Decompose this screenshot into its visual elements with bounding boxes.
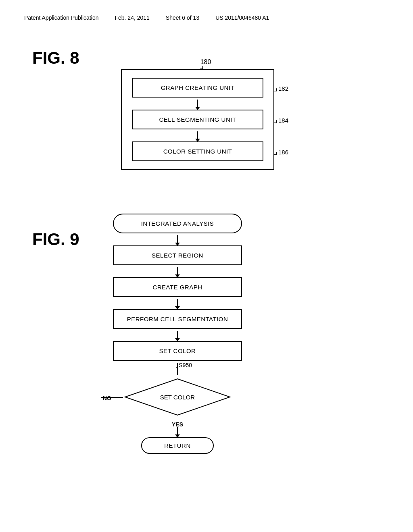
fig8-label: FIG. 8 [32, 48, 79, 68]
no-arrow-line [101, 397, 125, 398]
unit-182-label: ⌟182 [273, 83, 288, 93]
arrow-s940-diamond: ⌟S950 [113, 361, 242, 377]
return-row: RETURN [113, 437, 242, 454]
arrow-down-2 [197, 131, 198, 139]
diamond-text: SET COLOR [160, 394, 195, 401]
fig8-diagram: 180 ⌟ GRAPH CREATING UNIT ⌟182 CELL SEGM… [121, 58, 274, 170]
graph-creating-unit: GRAPH CREATING UNIT [132, 78, 263, 98]
set-color-diamond-row: SET COLOR NO YES [113, 377, 242, 421]
fig8-outer-label: 180 ⌟ [137, 58, 274, 66]
s950-top-label: ⌟S950 [176, 362, 192, 368]
header-publication: Patent Application Publication [24, 15, 98, 21]
arrow-2 [132, 129, 263, 141]
integrated-analysis: INTEGRATED ANALYSIS [113, 214, 242, 233]
color-setting-unit: COLOR SETTING UNIT [132, 141, 263, 161]
perform-cell-segmentation-row: PERFORM CELL SEGMENTATION [113, 309, 242, 329]
page-header: Patent Application Publication Feb. 24, … [24, 15, 389, 21]
set-color-rect-row: SET COLOR [113, 341, 242, 361]
yes-label: YES [172, 421, 183, 428]
select-region-row: SELECT REGION [113, 245, 242, 265]
create-graph: CREATE GRAPH [113, 277, 242, 297]
cell-segmenting-unit-row: CELL SEGMENTING UNIT ⌟184 [132, 110, 263, 129]
fig8-outer-box: GRAPH CREATING UNIT ⌟182 CELL SEGMENTING… [121, 69, 274, 170]
unit-186-label: ⌟186 [273, 146, 288, 157]
no-label: NO [103, 395, 111, 401]
graph-creating-unit-row: GRAPH CREATING UNIT ⌟182 [132, 78, 263, 98]
fig9-diagram: INTEGRATED ANALYSIS SELECT REGION CREATE… [113, 214, 242, 454]
header-date: Feb. 24, 2011 [115, 15, 149, 21]
create-graph-row: CREATE GRAPH [113, 277, 242, 297]
arrow-s920-s930 [113, 297, 242, 309]
perform-cell-segmentation: PERFORM CELL SEGMENTATION [113, 309, 242, 329]
select-region: SELECT REGION [113, 245, 242, 265]
arrow-down-1 [197, 100, 198, 108]
arrow-diamond-return [113, 425, 242, 437]
arrow-s910-s920 [113, 265, 242, 277]
arrow-s470-s910 [113, 233, 242, 245]
color-setting-unit-row: COLOR SETTING UNIT ⌟186 [132, 141, 263, 161]
return-step: RETURN [141, 437, 214, 454]
arrow-1 [132, 98, 263, 110]
diamond-wrapper: SET COLOR NO YES [121, 377, 234, 417]
header-patent-number: US 2011/0046480 A1 [215, 15, 269, 21]
fig9-label: FIG. 9 [32, 230, 79, 249]
cell-segmenting-unit: CELL SEGMENTING UNIT [132, 110, 263, 129]
header-sheet: Sheet 6 of 13 [166, 15, 199, 21]
unit-184-label: ⌟184 [273, 114, 288, 125]
set-color-step: SET COLOR [113, 341, 242, 361]
integrated-analysis-row: INTEGRATED ANALYSIS [113, 214, 242, 233]
arrow-s930-s940 [113, 329, 242, 341]
